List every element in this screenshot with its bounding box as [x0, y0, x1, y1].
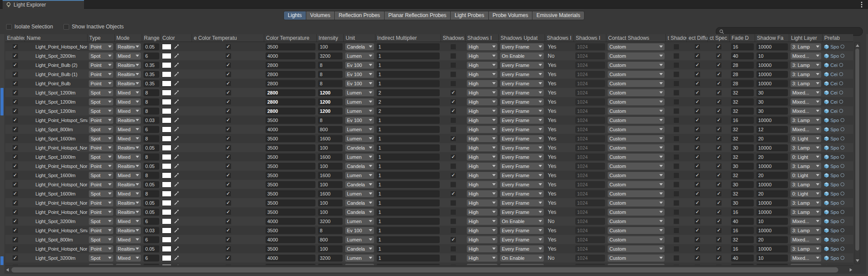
indirect-multiplier-field[interactable]: 1	[377, 172, 440, 179]
prefab-name[interactable]: Spo	[830, 228, 839, 233]
contact-shadow-checkbox[interactable]: ✓	[673, 136, 679, 142]
light-layer-dropdown[interactable]: 3: Lamp	[791, 209, 821, 216]
contact-shadows-dropdown[interactable]: Custom	[608, 144, 665, 151]
table-row[interactable]: ✓ Light_Point_Bulb Point Realtime 0.35 ✓…	[5, 79, 853, 88]
intensity-field[interactable]: 100	[318, 144, 343, 151]
indirect-multiplier-field[interactable]: 1	[377, 181, 440, 188]
affect-diffuse-checkbox[interactable]: ✓	[694, 44, 700, 50]
use-color-temperature-checkbox[interactable]: ✓	[225, 90, 231, 96]
affect-diffuse-checkbox[interactable]: ✓	[694, 264, 700, 266]
eyedropper-icon[interactable]	[174, 154, 179, 160]
indirect-multiplier-field[interactable]: 1	[377, 236, 440, 243]
shadow-fade-distance-field[interactable]: 10000	[756, 43, 788, 50]
color-temperature-field[interactable]: 3500	[266, 181, 315, 188]
eyedropper-icon[interactable]	[174, 246, 179, 252]
mode-dropdown[interactable]: Realtime	[116, 199, 141, 206]
use-color-temperature-checkbox[interactable]: ✓	[225, 246, 231, 252]
intensity-field[interactable]: 100	[318, 163, 343, 170]
table-row[interactable]: ✓ Light_Spot_1600lm Spot Mixed 8 ✓ 3500 …	[5, 171, 853, 180]
indirect-multiplier-field[interactable]: 1	[377, 218, 440, 225]
shadows-checkbox[interactable]: ✓	[450, 255, 456, 261]
contact-shadow-checkbox[interactable]: ✓	[673, 44, 679, 50]
color-swatch[interactable]	[162, 71, 172, 77]
shadows-checkbox[interactable]: ✓	[450, 154, 456, 160]
light-layer-dropdown[interactable]: 0: Light	[791, 190, 821, 197]
table-row[interactable]: ✓ Light_Spot_800lm Spot Mixed 6 ✓ 4000 8…	[5, 125, 853, 134]
color-swatch[interactable]	[162, 108, 172, 114]
mode-dropdown[interactable]: Mixed	[116, 154, 141, 161]
enabled-checkbox[interactable]: ✓	[12, 154, 18, 160]
view-tab[interactable]: Emissive Materials	[532, 11, 584, 20]
shadow-resolution-dropdown[interactable]: High	[467, 181, 497, 188]
shadows-checkbox[interactable]: ✓	[450, 172, 456, 178]
shadow-update-mode-dropdown[interactable]: Every Frame	[500, 245, 544, 252]
contact-shadows-dropdown[interactable]: Custom	[608, 218, 665, 225]
light-layer-dropdown[interactable]: 3: Lamp	[791, 264, 821, 266]
affect-diffuse-checkbox[interactable]: ✓	[694, 172, 700, 178]
affect-diffuse-checkbox[interactable]: ✓	[694, 182, 700, 188]
contact-shadow-checkbox[interactable]: ✓	[673, 218, 679, 224]
shadow-fade-distance-field[interactable]: 10	[756, 255, 788, 262]
indirect-multiplier-field[interactable]: 1	[377, 52, 440, 59]
intensity-field[interactable]: 800	[318, 236, 343, 243]
contact-shadows-dropdown[interactable]: Custom	[608, 71, 665, 78]
type-dropdown[interactable]: Point	[89, 43, 113, 50]
type-dropdown[interactable]: Spot	[89, 154, 113, 161]
unit-dropdown[interactable]: Lumen	[345, 108, 374, 115]
color-swatch[interactable]	[162, 126, 172, 133]
fade-distance-field[interactable]: 32	[731, 98, 754, 105]
intensity-field[interactable]: 1600	[318, 190, 343, 197]
contact-shadows-dropdown[interactable]: Custom	[608, 117, 665, 124]
mode-dropdown[interactable]: Mixed	[116, 135, 141, 142]
contact-shadows-dropdown[interactable]: Custom	[608, 62, 665, 69]
prefab-open-icon[interactable]	[840, 54, 844, 58]
contact-shadow-checkbox[interactable]: ✓	[673, 246, 679, 252]
indirect-multiplier-field[interactable]: 1	[377, 126, 440, 133]
shadow-resolution-dropdown[interactable]: High	[467, 98, 497, 105]
color-temperature-field[interactable]: 2800	[266, 89, 315, 96]
shadow-update-mode-dropdown[interactable]: Every Frame	[500, 62, 544, 69]
light-layer-dropdown[interactable]: Mixed...	[791, 52, 821, 59]
mode-dropdown[interactable]: Realtime	[116, 264, 141, 266]
affect-specular-checkbox[interactable]: ✓	[716, 62, 722, 68]
color-swatch[interactable]	[162, 227, 172, 234]
shadows-checkbox[interactable]: ✓	[450, 145, 456, 151]
prefab-name[interactable]: Cei	[830, 63, 838, 68]
color-temperature-field[interactable]: 2800	[266, 71, 315, 78]
color-temperature-field[interactable]: 4000	[266, 218, 315, 225]
fade-distance-field[interactable]: 40	[731, 255, 754, 262]
kebab-menu-icon[interactable]	[858, 1, 864, 7]
light-layer-dropdown[interactable]: Mixed...	[791, 255, 821, 262]
column-header[interactable]: ct Spec	[708, 34, 730, 42]
shadows-checkbox[interactable]: ✓	[450, 62, 456, 68]
color-swatch[interactable]	[162, 172, 172, 178]
color-swatch[interactable]	[162, 90, 172, 96]
eyedropper-icon[interactable]	[174, 126, 179, 132]
shadow-update-mode-dropdown[interactable]: On Enable	[500, 52, 544, 59]
enabled-checkbox[interactable]: ✓	[12, 191, 18, 197]
shadow-update-mode-dropdown[interactable]: Every Frame	[500, 190, 544, 197]
contact-shadows-dropdown[interactable]: Custom	[608, 264, 665, 266]
prefab-open-icon[interactable]	[839, 72, 843, 76]
shadows-checkbox[interactable]: ✓	[450, 218, 456, 224]
mode-dropdown[interactable]: Realtime	[116, 117, 141, 124]
color-swatch[interactable]	[162, 191, 172, 197]
prefab-name[interactable]: Spo	[830, 53, 839, 59]
affect-specular-checkbox[interactable]: ✓	[716, 44, 722, 50]
affect-specular-checkbox[interactable]: ✓	[716, 227, 722, 234]
shadow-fade-distance-field[interactable]: 10000	[756, 245, 788, 252]
shadow-update-mode-dropdown[interactable]: Every Frame	[500, 199, 544, 206]
light-layer-dropdown[interactable]: 3: Lamp	[791, 80, 821, 87]
column-header[interactable]: e Color Temperatu	[192, 34, 264, 42]
fade-distance-field[interactable]: 16	[731, 227, 754, 234]
intensity-field[interactable]: 1600	[318, 172, 343, 179]
fade-distance-field[interactable]: 32	[731, 154, 754, 161]
mode-dropdown[interactable]: Realtime	[116, 144, 141, 151]
enabled-checkbox[interactable]: ✓	[12, 246, 18, 252]
shadow-resolution-dropdown[interactable]: High	[467, 71, 497, 78]
fade-distance-field[interactable]: 40	[731, 52, 754, 59]
indirect-multiplier-field[interactable]: 1	[377, 245, 440, 252]
use-color-temperature-checkbox[interactable]: ✓	[225, 126, 231, 133]
view-tab[interactable]: Planar Reflection Probes	[385, 11, 451, 20]
shadow-resolution-dropdown[interactable]: High	[467, 144, 497, 151]
